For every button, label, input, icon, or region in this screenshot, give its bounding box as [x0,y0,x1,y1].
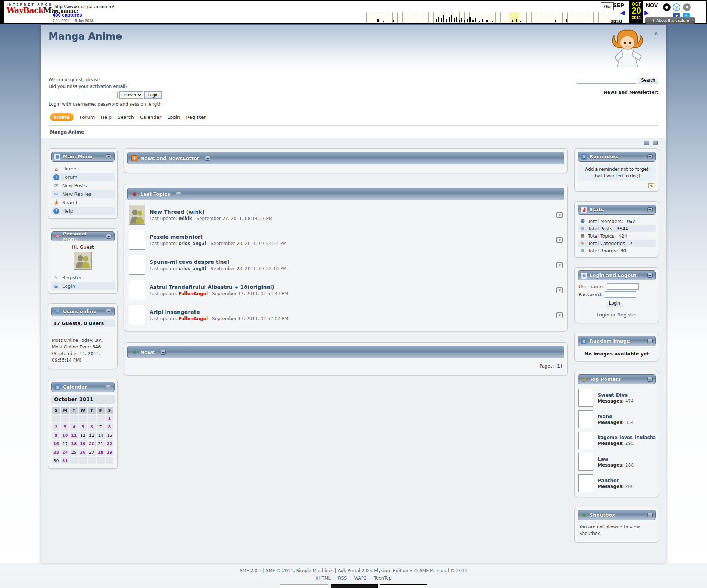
sidebar-item-home[interactable]: ⌂ Home [51,164,115,173]
collapse-icon[interactable]: − [647,339,653,343]
close-toolbar-icon[interactable]: ✕ [683,3,691,11]
next-capture-arrow[interactable]: ▶ [644,9,649,16]
current-capture-box[interactable]: OCT 20 2011 [629,1,643,23]
calendar-day[interactable]: 28 [97,449,105,456]
collapse-right-column-icon[interactable]: − [653,141,658,145]
jump-to-post-icon[interactable]: ↗ [556,287,563,293]
teentop-link[interactable]: TeenTop [374,575,392,581]
collapse-icon[interactable]: − [176,192,181,196]
tab-register[interactable]: Register [186,114,206,120]
collapse-icon[interactable]: − [106,309,111,314]
sidebar-item-register[interactable]: ✎ Register [51,273,115,282]
search-button[interactable]: Search [638,77,658,84]
sidebar-password-input[interactable] [605,291,636,298]
calendar-day[interactable]: 23 [52,449,60,456]
sidebar-item-new-replies[interactable]: ✉+ New Replies [51,190,115,198]
calendar-day[interactable]: 11 [70,432,78,439]
breadcrumb[interactable]: Manga Anime [41,126,666,138]
calendar-day[interactable]: 10 [61,432,69,439]
wayback-timeline[interactable] [366,12,612,23]
activation-email-link[interactable]: activation email? [90,84,128,89]
sidebar-item-new-posts[interactable]: ✉ New Posts [51,181,115,190]
sidebar-login-button[interactable]: Login [606,300,623,307]
wayback-url-input[interactable] [53,3,597,10]
calendar-day[interactable]: 6 [88,423,95,431]
wap2-link[interactable]: WAP2 [354,575,366,581]
sidebar-item-search[interactable]: ◉ Search [51,198,115,207]
sidebar-item-forum[interactable]: i Forum [51,173,115,181]
sidebar-item-login[interactable]: ▣ Login [51,282,115,290]
xhtml-link[interactable]: XHTML [316,575,331,581]
collapse-header-icon[interactable]: ∧ [654,30,658,36]
mangazen-logo[interactable]: MANGAZEN manga made in ro [331,584,378,588]
sidebar-username-input[interactable] [607,283,639,290]
calendar-day[interactable]: 29 [106,449,113,456]
about-this-capture-button[interactable]: ▼ About this capture [645,17,695,24]
topic-user-link[interactable]: mikik [179,216,192,221]
poster-name-link[interactable]: Panther [598,478,634,483]
sidebar-item-help[interactable]: ? Help [51,207,115,215]
collapse-icon[interactable]: − [647,273,653,278]
tab-calendar[interactable]: Calendar [140,114,161,120]
topic-title-link[interactable]: Aripi insangerate [150,309,552,315]
help-icon[interactable]: ? [673,3,680,11]
calendar-day[interactable]: 31 [61,457,69,464]
account-icon[interactable]: ☻ [663,3,671,11]
topic-user-link[interactable]: FallenAngel [179,291,208,296]
session-length-select[interactable]: Forever [119,91,143,99]
calendar-day[interactable]: 3 [61,423,69,431]
jump-to-post-icon[interactable]: ↗ [556,262,563,268]
calendar-day[interactable]: 19 [79,440,87,447]
prev-capture-arrow[interactable]: ◀ [620,9,625,16]
calendar-day[interactable]: 20 [88,440,95,447]
topic-user-link[interactable]: criss_ang3l [179,266,206,271]
calendar-day[interactable]: 9 [52,432,60,439]
topic-title-link[interactable]: Spune-mi ceva despre tine! [150,259,552,265]
search-input[interactable] [577,77,636,84]
tab-forum[interactable]: Forum [80,114,95,120]
topic-title-link[interactable]: New Thread (wink) [150,209,552,215]
calendar-day[interactable]: 18 [70,440,78,447]
calendar-day[interactable]: 5 [79,423,87,431]
poster-name-link[interactable]: Ivano [598,414,634,419]
login-or-register-links[interactable]: Login or Register [578,312,656,318]
calendar-day[interactable]: 8 [106,423,113,431]
calendar-day[interactable]: 2 [52,423,60,431]
calendar-day[interactable]: 24 [61,449,69,456]
collapse-icon[interactable]: − [106,385,111,389]
chibiro-logo[interactable]: CHIBIRO DAILY CHIBI STRIPS [280,584,328,588]
tab-search[interactable]: Search [117,114,134,120]
login-button[interactable]: Login [144,91,162,99]
collapse-left-column-icon[interactable]: − [644,141,649,145]
calendar-day[interactable]: 22 [106,440,113,447]
calendar-day[interactable]: 26 [79,449,87,456]
collapse-icon[interactable]: − [106,234,111,239]
password-input[interactable] [84,92,118,98]
collapse-icon[interactable]: − [106,154,111,159]
collapse-icon[interactable]: − [161,350,166,355]
jump-to-post-icon[interactable]: ↗ [556,237,563,243]
poster-name-link[interactable]: Sweet Diva [598,392,634,398]
tab-help[interactable]: Help [101,114,112,120]
topic-title-link[interactable]: Astrul Trandafirului Albastru + 18(origi… [150,284,552,290]
add-reminder-icon[interactable]: ✎ [648,183,654,188]
wayback-go-button[interactable]: Go [601,2,614,10]
jump-to-post-icon[interactable]: ↗ [556,212,563,218]
radio-noise-logo[interactable]: N Radio Noise www.radionoise.ro [380,584,427,588]
jump-to-post-icon[interactable]: ↗ [556,312,563,318]
tab-home[interactable]: Home [50,113,74,121]
topic-user-link[interactable]: FallenAngel [179,316,208,321]
username-input[interactable] [49,92,82,98]
collapse-icon[interactable]: − [647,154,653,159]
collapse-icon[interactable]: − [647,513,653,517]
collapse-icon[interactable]: − [647,377,653,382]
rss-link[interactable]: RSS [338,575,347,581]
captures-link[interactable]: 400 captures [53,12,82,18]
calendar-day[interactable]: 1 [106,415,113,422]
topic-title-link[interactable]: Pozele membrilor! [150,234,552,240]
poster-name-link[interactable]: Law [598,456,634,462]
topic-user-link[interactable]: criss_ang3l [179,241,206,246]
calendar-day[interactable]: 16 [52,440,60,447]
calendar-day[interactable]: 4 [70,423,78,431]
collapse-icon[interactable]: − [647,207,653,212]
